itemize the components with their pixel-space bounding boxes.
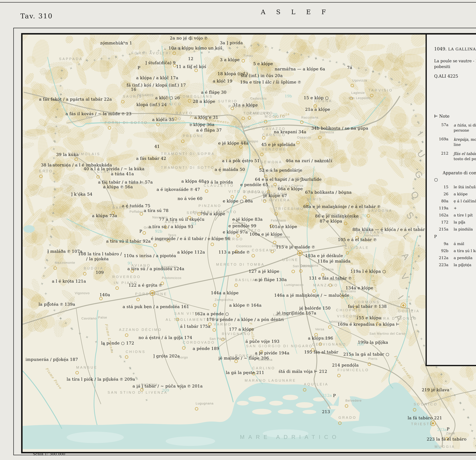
map-label: 146a a i̯é maliŋkóni̯e / ∼ malučáde — [274, 293, 349, 298]
map-label: MERETO DI TOMBA — [216, 263, 265, 266]
map-label: impuneráa / piʃokę́a 187 — [26, 357, 78, 362]
scale-note: Scala 1: 300.000 — [33, 452, 65, 456]
apparato-circle-list: 15le štá inčušíde26a klópe80aẹ á l ćalči… — [434, 185, 476, 231]
map-label: AVIANO — [131, 263, 151, 267]
map-label: San Páolo — [209, 337, 226, 341]
map-label: COSEANO — [252, 248, 277, 252]
map-label: Laglesie — [351, 91, 365, 95]
map-label: RIVIGNANO — [222, 332, 251, 336]
map-label: stá (inf.) in čús 20a — [241, 73, 283, 78]
map-label: ] grọ́ta 202a — [153, 353, 180, 358]
map-label: e i̯é klọ́pe 83a — [232, 217, 263, 222]
map-label: a fás il kovás / ∼ la múde ℗ 23 — [66, 111, 131, 116]
map-label: 68a e i̯é malaŋkóni̯e / e á el tabár ℗ — [303, 204, 380, 209]
map-label: a stá puk bẹn / a pendoléa 161 — [123, 304, 189, 309]
map-label: Modoletto — [274, 235, 290, 239]
apparato-row: 26a klópe — [434, 192, 476, 196]
map-label: 113 a pénde ℗ — [219, 250, 250, 255]
map-label: PORDENONE — [135, 292, 167, 296]
map-label: 214 pendọ́la — [332, 363, 359, 368]
map-label: San Leopoldo — [348, 96, 371, 100]
map-label: Vico — [86, 115, 93, 119]
legend-subtitle: La poule se vautre - Die Flügel hängen l… — [434, 58, 476, 69]
map-label: 21a a klọ́pe — [305, 107, 330, 112]
map-label: Lumignacco — [284, 283, 304, 287]
map-label: MARE ADRIATICO — [240, 434, 340, 440]
map-label: faś al tabár ℗ 138 — [348, 304, 387, 309]
map-label: FAEDIS — [345, 216, 364, 220]
sheet-number: Tav. 310 — [20, 12, 53, 20]
map-label: 87 e klópa — [320, 219, 342, 223]
map-label: 127 a i̯é klúpe — [249, 269, 279, 274]
map-label: a túńa 41a — [111, 172, 134, 176]
map-label: FORNI DI SOTTO — [105, 121, 148, 125]
map-label: SAVOGNA — [368, 209, 392, 213]
map-label: 20 — [272, 112, 277, 117]
map-label: fá (inf.) kọ́ś / klopá (inf.) 17 — [127, 83, 186, 88]
map-label: e klọ́pe ○ 80a — [223, 199, 253, 203]
map-label: á l tabár 175a — [180, 324, 211, 329]
map-label: e pendóle 65 — [240, 182, 268, 187]
map-label: CORDOVADO — [183, 340, 215, 345]
map-label: RAVEO — [176, 111, 193, 115]
map-label: TRICESIMO — [275, 207, 304, 211]
map-label: a klọ́pe 112a — [177, 250, 205, 255]
map-label: SAURIS — [123, 95, 142, 99]
map-label: AQUILEIA — [304, 382, 329, 386]
map-label: 109 — [96, 270, 104, 275]
map-label: Poffabro — [129, 210, 143, 214]
map-label: Aonedís — [232, 221, 246, 225]
apparato-row: 15le štá inčušíde — [434, 185, 476, 189]
map-label: a fás fakót / a pu̯árta al tabár 22a — [39, 97, 112, 102]
map-label: 92b — [155, 229, 162, 233]
map-label: Fiume Piave — [45, 367, 63, 390]
map-label: V — [399, 271, 413, 285]
map-label: a klọ́č 19 — [213, 79, 232, 83]
map-label: 2a no i̯ẹ́ ḑi vói̯o ℗ — [170, 36, 208, 41]
map-label: Timau — [243, 54, 253, 58]
map-label: Intissáns — [235, 125, 250, 128]
map-label: a é flápa 37 — [196, 128, 222, 132]
map-label: Corbolone — [141, 383, 158, 386]
map-label: 144a a klọ́pe — [211, 290, 238, 295]
map-label: IN RIVIERA — [261, 198, 290, 202]
map-label: MORUZZO — [236, 229, 261, 233]
map-label: a klúpa ℗ 56a — [103, 184, 133, 189]
map-label: 11 a fáʃ el kọ́ś — [176, 64, 206, 69]
map-label: BASILIANO — [235, 278, 263, 282]
map-label: Oseacco — [297, 136, 311, 139]
map-label: 5 e klọ́pe — [253, 61, 273, 66]
circle-symbol: ○ — [434, 177, 476, 182]
note-header: ⊢ Note — [434, 114, 476, 119]
map-label: BUDOIA — [84, 266, 103, 270]
map-label: G — [413, 169, 427, 183]
map-label: a tíra sú il tabár 92a — [106, 239, 151, 244]
apparato-row: 92ba tíra ṣú l karę́t — [434, 248, 476, 253]
map-label: Collina — [174, 46, 186, 50]
map-label: 70 — [362, 214, 367, 218]
map-label: VARMO — [214, 322, 232, 326]
map-label: la fá tabáro 221 — [408, 416, 442, 420]
map-label: Ciconicco — [236, 244, 252, 248]
map-label: ] śtufa(díča) 9 — [145, 60, 176, 65]
map-label: VISCONE — [337, 314, 360, 318]
map-label: LAUCO — [189, 123, 207, 127]
map-label: Vigonovo — [75, 291, 90, 295]
map-label: 209 — [162, 388, 169, 393]
map-label: P — [139, 229, 142, 234]
map-label: 140a — [100, 292, 110, 297]
map-label: 91 — [128, 261, 132, 265]
map-label: VENZONE — [262, 147, 286, 151]
map-label: CAVAZZO — [262, 127, 286, 131]
map-label: no á vóe 60 — [178, 196, 203, 201]
map-label: CERVIGNANO — [312, 342, 346, 346]
map-label: PREONE — [183, 134, 204, 138]
notes-list: 57aa túńa, si dice anche di persone169ak… — [434, 123, 476, 161]
map-label: Chievolis — [131, 181, 146, 185]
map-label: RONCHIS — [235, 354, 259, 358]
map-label: P — [333, 393, 336, 398]
map-label: Cedarchis — [250, 97, 267, 100]
map-label: Vernasso — [364, 234, 379, 237]
map-label: 101a e klópe — [269, 224, 297, 229]
map-label: 119a l é klọ́pa ○ — [350, 269, 386, 274]
